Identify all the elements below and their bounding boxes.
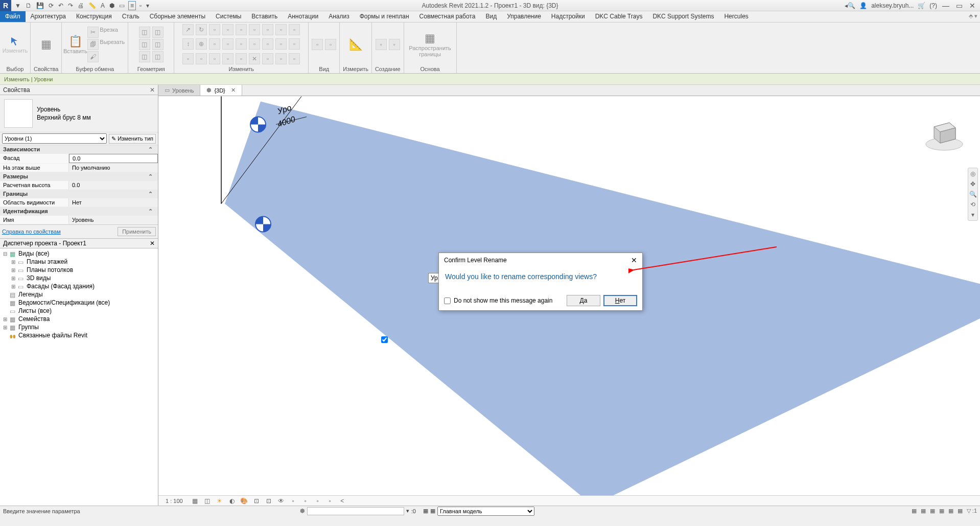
sb-icon[interactable]: ▦ xyxy=(921,508,926,514)
tab-view[interactable]: Вид xyxy=(480,11,502,22)
project-browser-close-icon[interactable]: ✕ xyxy=(150,240,155,247)
view-scale[interactable]: 1 : 100 xyxy=(161,498,187,504)
sb-icon[interactable]: ▾ xyxy=(406,508,409,514)
modify-icon[interactable]: ▫ xyxy=(262,53,273,64)
pb-node-elevations[interactable]: ⊞Фасады (Фасад здания) xyxy=(1,282,157,290)
dialog-close-icon[interactable]: ✕ xyxy=(631,256,637,264)
sb-icon[interactable]: ▦ xyxy=(423,508,428,514)
edit-type-button[interactable]: ✎Изменить тип xyxy=(109,134,156,144)
vbar-icon[interactable]: ▫ xyxy=(326,497,334,505)
qat-new-icon[interactable]: 🗋 xyxy=(25,2,33,9)
modify-icon[interactable]: ▫ xyxy=(249,24,260,35)
yes-button[interactable]: Да xyxy=(567,295,600,306)
nav-look-icon[interactable]: ▾ xyxy=(969,210,976,219)
vbar-icon[interactable]: ▫ xyxy=(314,497,322,505)
workset-select[interactable]: Главная модель xyxy=(437,507,534,516)
modify-icon[interactable]: ▫ xyxy=(275,38,287,50)
tab-massing[interactable]: Формы и генплан xyxy=(355,11,414,22)
prop-value[interactable]: Нет xyxy=(69,198,158,207)
view-tab-3d[interactable]: ⬢{3D}✕ xyxy=(200,85,242,96)
qat-save-icon[interactable]: 💾 xyxy=(35,2,45,9)
help-icon[interactable]: (?) xyxy=(929,2,937,9)
tab-insert[interactable]: Вставить xyxy=(246,11,283,22)
tab-steel[interactable]: Сталь xyxy=(117,11,145,22)
pb-node-sheets[interactable]: Листы (все) xyxy=(1,307,157,315)
apply-button[interactable]: Применить xyxy=(118,227,156,236)
sb-icon[interactable]: ▦ xyxy=(958,508,963,514)
sb-icon[interactable]: ▦ xyxy=(912,508,917,514)
close-icon[interactable]: ✕ xyxy=(968,2,977,10)
nav-zoom-icon[interactable]: 🔍 xyxy=(969,190,976,199)
user-name[interactable]: aleksey.bryuh... xyxy=(871,2,914,9)
tab-dkc-cable[interactable]: DKC Cable Trays xyxy=(590,11,648,22)
modify-icon[interactable]: ▫ xyxy=(209,38,220,50)
modify-button[interactable]: Изменить xyxy=(5,29,26,60)
vbar-icon[interactable]: < xyxy=(338,497,346,505)
qat-open-icon[interactable]: ▼ xyxy=(14,2,22,9)
tab-collaborate[interactable]: Совместная работа xyxy=(414,11,481,22)
sb-icon[interactable]: ▦ xyxy=(430,508,435,514)
match-icon[interactable]: 🖌 xyxy=(87,51,99,62)
create-icon[interactable]: ▫ xyxy=(376,39,387,50)
cut-icon[interactable]: ✂ xyxy=(87,27,99,38)
view-icon[interactable]: ▫ xyxy=(312,39,323,50)
modify-icon[interactable]: ▫ xyxy=(249,38,260,50)
collapse-icon[interactable]: ⌃ xyxy=(148,191,155,197)
create-icon[interactable]: ▫ xyxy=(389,39,400,50)
tab-annotate[interactable]: Аннотации xyxy=(283,11,323,22)
vbar-icon[interactable]: ▫ xyxy=(301,497,310,505)
pb-node-schedules[interactable]: Ведомости/Спецификации (все) xyxy=(1,299,157,307)
view-cube[interactable] xyxy=(924,111,965,152)
qat-measure-icon[interactable]: 📏 xyxy=(87,2,97,9)
minimize-icon[interactable]: — xyxy=(941,2,950,10)
geom-icon-2[interactable]: ◫ xyxy=(139,39,150,50)
qat-3d-icon[interactable]: ⬢ xyxy=(108,2,115,9)
sb-icon[interactable]: ▦ xyxy=(939,508,944,514)
pb-node-3dviews[interactable]: ⊞3D виды xyxy=(1,274,157,282)
modify-icon[interactable]: ↕ xyxy=(182,38,194,50)
geom-icon-3[interactable]: ◫ xyxy=(139,51,150,62)
modify-icon[interactable]: ▫ xyxy=(196,53,207,64)
qat-text-icon[interactable]: A xyxy=(100,2,106,9)
view-tab-close-icon[interactable]: ✕ xyxy=(228,87,236,94)
collapse-icon[interactable]: ⌃ xyxy=(148,146,155,153)
modify-icon[interactable]: ↗ xyxy=(182,24,194,35)
user-icon[interactable]: 👤 xyxy=(859,2,867,9)
tab-hercules[interactable]: Hercules xyxy=(719,11,753,22)
modify-icon[interactable]: ↻ xyxy=(196,24,207,35)
modify-icon[interactable]: ▫ xyxy=(236,38,247,50)
qat-undo-icon[interactable]: ↶ xyxy=(57,2,64,9)
pb-node-floorplans[interactable]: ⊞Планы этажей xyxy=(1,258,157,266)
modify-icon[interactable]: ▫ xyxy=(209,24,220,35)
qat-sync-icon[interactable]: ⟳ xyxy=(48,2,55,9)
shadows-icon[interactable]: ◐ xyxy=(228,497,236,505)
modify-icon[interactable]: ▫ xyxy=(275,53,287,64)
qat-print-icon[interactable]: 🖨 xyxy=(77,2,85,9)
tab-precast[interactable]: Сборные элементы xyxy=(145,11,211,22)
pb-node-groups[interactable]: ⊞Группы xyxy=(1,323,157,331)
modify-icon[interactable]: ▫ xyxy=(289,53,300,64)
qat-thin-icon[interactable]: ≡ xyxy=(128,1,136,10)
measure-button[interactable]: 📐 xyxy=(345,29,366,60)
nav-orbit-icon[interactable]: ⟲ xyxy=(969,200,976,209)
prop-value[interactable]: 0.0 xyxy=(69,181,158,189)
modify-icon[interactable]: ▫ xyxy=(222,38,234,50)
properties-help-link[interactable]: Справка по свойствам xyxy=(2,228,61,235)
sb-icon[interactable]: ⬢ xyxy=(300,508,305,514)
collapse-icon[interactable]: ⌃ xyxy=(148,173,155,180)
tab-analyze[interactable]: Анализ xyxy=(323,11,355,22)
tab-addins[interactable]: Надстройки xyxy=(546,11,590,22)
modify-icon[interactable]: ▫ xyxy=(262,24,273,35)
search-icon[interactable]: ◂🔍 xyxy=(845,2,855,9)
modify-icon[interactable]: ▫ xyxy=(262,38,273,50)
modify-icon[interactable]: ✕ xyxy=(249,53,260,64)
sb-icon[interactable]: ▦ xyxy=(930,508,935,514)
level-visibility-checkbox[interactable] xyxy=(381,336,388,343)
geom-icon-4[interactable]: ◫ xyxy=(152,27,164,38)
pb-node-views[interactable]: ⊟Виды (все) xyxy=(1,249,157,258)
view-tab-level[interactable]: ▭Уровень xyxy=(158,85,200,96)
modify-icon[interactable]: ▫ xyxy=(209,53,220,64)
prop-value[interactable]: Уровень xyxy=(69,216,158,224)
tab-systems[interactable]: Системы xyxy=(211,11,246,22)
modify-icon[interactable]: ▫ xyxy=(222,53,234,64)
